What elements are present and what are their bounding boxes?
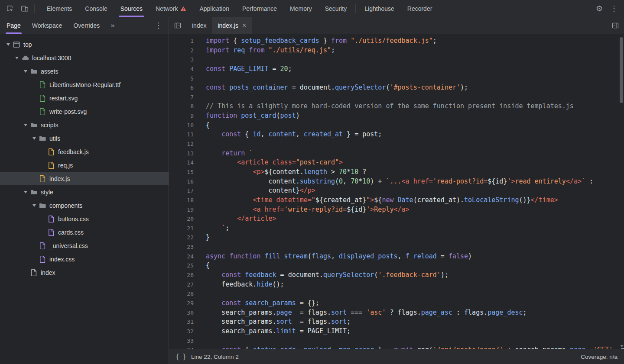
toggle-debugger-sidebar-icon[interactable] bbox=[607, 17, 624, 34]
chevron-expanded-icon[interactable] bbox=[6, 43, 10, 46]
code-line[interactable]: const feedback = document.querySelector(… bbox=[206, 271, 624, 280]
line-number[interactable]: 5 bbox=[169, 74, 194, 84]
code-line[interactable]: // This is a slightly more hard-coded ve… bbox=[206, 102, 624, 111]
inspect-icon[interactable] bbox=[3, 0, 17, 17]
code-line[interactable] bbox=[206, 242, 624, 252]
line-number[interactable]: 27 bbox=[169, 280, 194, 290]
code-line[interactable]: content}</p> bbox=[206, 186, 624, 196]
code-line[interactable]: search_params.sort = flags.sort; bbox=[206, 317, 624, 327]
line-number[interactable]: 17 bbox=[169, 186, 194, 196]
code-line[interactable]: import { setup_feedback_cards } from "./… bbox=[206, 36, 624, 46]
code-line[interactable]: const posts_container = document.querySe… bbox=[206, 83, 624, 93]
code-line[interactable] bbox=[206, 336, 624, 346]
navigator-tab-overrides[interactable]: Overrides bbox=[68, 17, 105, 34]
code-line[interactable]: const { id, content, created_at } = post… bbox=[206, 130, 624, 139]
tree-item-universal-css[interactable]: _universal.css bbox=[0, 239, 169, 252]
tree-item-index-css[interactable]: index.css bbox=[0, 252, 169, 266]
chevron-expanded-icon[interactable] bbox=[15, 57, 19, 59]
line-number[interactable]: 6 bbox=[169, 83, 194, 93]
tab-sources[interactable]: Sources bbox=[114, 0, 149, 17]
code-line[interactable]: const { status_code, payload, map_error … bbox=[206, 345, 624, 349]
chevron-expanded-icon[interactable] bbox=[24, 70, 27, 73]
tree-item-index-js[interactable]: index.js bbox=[0, 172, 169, 185]
code-line[interactable]: import req from "./utils/req.js"; bbox=[206, 46, 624, 55]
line-number[interactable]: 1 bbox=[169, 36, 194, 46]
code-line[interactable]: async function fill_stream(flags, displa… bbox=[206, 252, 624, 261]
code-line[interactable]: feedback.hide(); bbox=[206, 280, 624, 290]
code-line[interactable]: search_params.limit = PAGE_LIMIT; bbox=[206, 327, 624, 336]
line-number[interactable]: 30 bbox=[169, 308, 194, 318]
code-line[interactable]: content.substring(0, 70*10) + `...<a hre… bbox=[206, 177, 624, 187]
line-number[interactable]: 12 bbox=[169, 139, 194, 149]
chevron-expanded-icon[interactable] bbox=[32, 137, 36, 140]
line-number[interactable]: 26 bbox=[169, 271, 194, 280]
line-number[interactable]: 31 bbox=[169, 317, 194, 327]
tree-item-feedback-js[interactable]: feedback.js bbox=[0, 145, 169, 158]
tab-memory[interactable]: Memory bbox=[283, 0, 318, 17]
line-number[interactable]: 19 bbox=[169, 205, 194, 215]
scroll-down-arrow-icon[interactable] bbox=[620, 345, 624, 347]
line-number[interactable]: 32 bbox=[169, 327, 194, 336]
line-number[interactable]: 25 bbox=[169, 261, 194, 271]
code-line[interactable] bbox=[206, 139, 624, 149]
chevron-expanded-icon[interactable] bbox=[32, 204, 36, 207]
device-toolbar-icon[interactable] bbox=[17, 0, 32, 17]
line-number[interactable]: 16 bbox=[169, 177, 194, 187]
code-line[interactable]: <time datetime="${created_at}">${new Dat… bbox=[206, 196, 624, 205]
tab-application[interactable]: Application bbox=[193, 0, 236, 17]
scrollbar-thumb[interactable] bbox=[620, 37, 623, 103]
line-number[interactable]: 10 bbox=[169, 121, 194, 130]
tree-item-assets[interactable]: assets bbox=[0, 64, 169, 78]
line-number[interactable]: 22 bbox=[169, 233, 194, 242]
line-number[interactable]: 15 bbox=[169, 168, 194, 177]
tree-item-req-js[interactable]: req.js bbox=[0, 158, 169, 172]
line-number[interactable]: 13 bbox=[169, 149, 194, 158]
tree-item-style[interactable]: style bbox=[0, 185, 169, 199]
line-number[interactable]: 20 bbox=[169, 214, 194, 224]
line-number[interactable]: 8 bbox=[169, 102, 194, 111]
code-line[interactable] bbox=[206, 93, 624, 102]
chevron-expanded-icon[interactable] bbox=[24, 191, 27, 193]
line-number[interactable]: 7 bbox=[169, 93, 194, 102]
tree-item-top[interactable]: top bbox=[0, 38, 169, 51]
editor-tab-index[interactable]: index bbox=[186, 17, 212, 34]
main-menu-kebab-icon[interactable]: ⋮ bbox=[607, 0, 621, 17]
tree-item-buttons-css[interactable]: buttons.css bbox=[0, 212, 169, 225]
code-line[interactable]: <article class="post-card"> bbox=[206, 158, 624, 168]
line-number[interactable]: 18 bbox=[169, 196, 194, 205]
line-number[interactable]: 14 bbox=[169, 158, 194, 168]
tab-elements[interactable]: Elements bbox=[40, 0, 78, 17]
code-line[interactable]: const search_params = {}; bbox=[206, 299, 624, 308]
editor-scrollbar[interactable] bbox=[619, 34, 624, 349]
code-line[interactable]: { bbox=[206, 261, 624, 271]
line-number[interactable]: 11 bbox=[169, 130, 194, 139]
code-line[interactable]: const PAGE_LIMIT = 20; bbox=[206, 64, 624, 74]
code-line[interactable]: search_params.page = flags.sort === 'asc… bbox=[206, 308, 624, 318]
chevron-expanded-icon[interactable] bbox=[24, 124, 27, 126]
tab-console[interactable]: Console bbox=[78, 0, 114, 17]
code-line[interactable]: </article> bbox=[206, 214, 624, 224]
code-line[interactable]: `; bbox=[206, 224, 624, 233]
more-tabs-icon[interactable]: » bbox=[105, 17, 120, 34]
code-editor[interactable]: 1234567891011121314151617181920212223242… bbox=[169, 34, 624, 349]
editor-tab-index-js[interactable]: index.js× bbox=[212, 17, 252, 34]
tab-recorder[interactable]: Recorder bbox=[401, 0, 439, 17]
code-line[interactable] bbox=[206, 55, 624, 64]
code-line[interactable]: return ` bbox=[206, 149, 624, 158]
code-line[interactable] bbox=[206, 74, 624, 84]
tree-item-components[interactable]: components bbox=[0, 199, 169, 212]
toggle-navigator-panel-icon[interactable] bbox=[169, 17, 186, 34]
tree-item-cards-css[interactable]: cards.css bbox=[0, 225, 169, 239]
line-number[interactable]: 33 bbox=[169, 336, 194, 346]
tab-performance[interactable]: Performance bbox=[236, 0, 283, 17]
tab-security[interactable]: Security bbox=[318, 0, 354, 17]
code-line[interactable]: <p>${content.length > 70*10 ? bbox=[206, 168, 624, 177]
tree-item-localhost-3000[interactable]: localhost:3000 bbox=[0, 51, 169, 64]
line-number[interactable]: 2 bbox=[169, 46, 194, 55]
line-number[interactable]: 28 bbox=[169, 289, 194, 299]
tab-lighthouse[interactable]: Lighthouse bbox=[358, 0, 401, 17]
pretty-print-button[interactable]: { } bbox=[176, 353, 186, 361]
line-number[interactable]: 21 bbox=[169, 224, 194, 233]
line-number[interactable]: 29 bbox=[169, 299, 194, 308]
line-number[interactable]: 4 bbox=[169, 64, 194, 74]
